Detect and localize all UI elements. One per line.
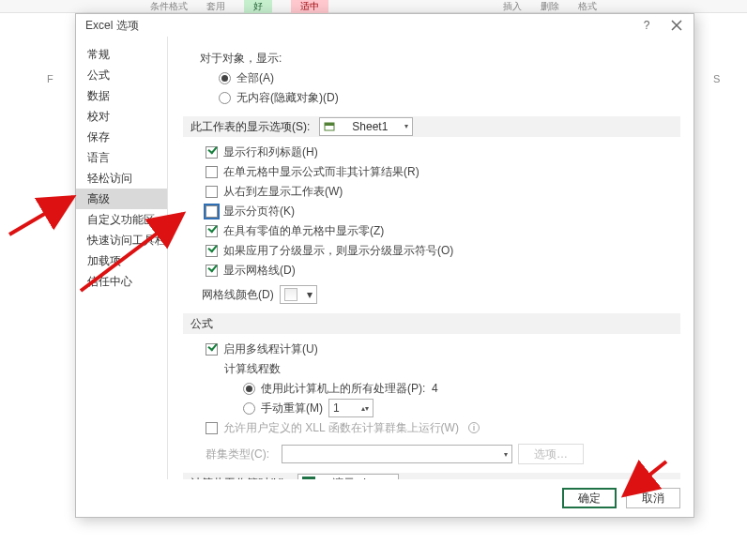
chevron-down-icon: ▾ [307, 288, 313, 301]
checkbox-xll-cluster: 允许用户定义的 XLL 函数在计算群集上运行(W) i [206, 418, 680, 437]
spinner-arrows-icon: ▴▾ [361, 404, 369, 413]
options-sidebar: 常规公式数据校对保存语言轻松访问高级自定义功能区快速访问工具栏加载项信任中心 [76, 37, 168, 479]
checkbox-show_formulas[interactable]: 在单元格中显示公式而非其计算结果(R) [206, 162, 680, 181]
chevron-down-icon: ▾ [390, 473, 394, 479]
section-sheet-display: 此工作表的显示选项(S): Sheet1 ▾ [183, 116, 680, 137]
checkbox-zero_cells[interactable]: 在具有零值的单元格中显示零(Z) [206, 221, 680, 240]
checkbox-rtl[interactable]: 从右到左显示工作表(W) [206, 182, 680, 201]
checkbox-icon [206, 146, 218, 159]
radio-use-all-processors[interactable]: 使用此计算机上的所有处理器(P): 4 [206, 379, 680, 398]
sidebar-item-校对[interactable]: 校对 [76, 106, 167, 127]
column-header-F: F [47, 73, 53, 84]
chevron-down-icon: ▾ [404, 116, 408, 137]
sheet-selector[interactable]: Sheet1 ▾ [319, 117, 413, 136]
radio-display-none[interactable]: 无内容(隐藏对象)(D) [200, 88, 680, 107]
checkbox-icon [206, 343, 218, 356]
sidebar-item-轻松访问[interactable]: 轻松访问 [76, 168, 167, 189]
dialog-titlebar[interactable]: Excel 选项 ? [76, 14, 694, 37]
ok-button[interactable]: 确定 [562, 488, 617, 508]
checkbox-icon [206, 265, 218, 277]
checkbox-gridlines[interactable]: 显示网格线(D) [206, 261, 680, 280]
ribbon-background: 条件格式 套用 好 适中 插入 删除 格式 [0, 0, 747, 13]
sidebar-item-语言[interactable]: 语言 [76, 147, 167, 168]
checkbox-icon [206, 186, 218, 198]
chevron-down-icon: ▾ [504, 450, 508, 459]
column-header-S: S [713, 73, 720, 84]
checkbox-icon [206, 245, 218, 257]
checkbox-page_breaks[interactable]: 显示分页符(K) [206, 202, 680, 220]
sidebar-item-快速访问工具栏[interactable]: 快速访问工具栏 [76, 230, 167, 250]
section-formulas: 公式 [183, 313, 680, 334]
object-display-label: 对于对象，显示: [200, 49, 680, 68]
options-dialog: Excel 选项 ? 常规公式数据校对保存语言轻松访问高级自定义功能区快速访问工… [75, 13, 694, 518]
checkbox-outline[interactable]: 如果应用了分级显示，则显示分级显示符号(O) [206, 241, 680, 260]
cluster-type-dropdown: ▾ [282, 445, 512, 463]
sidebar-item-高级[interactable]: 高级 [76, 189, 167, 209]
sidebar-item-加载项[interactable]: 加载项 [76, 250, 167, 271]
svg-rect-1 [325, 123, 334, 126]
color-swatch-icon [284, 288, 297, 301]
checkbox-multithread[interactable]: 启用多线程计算(U) [206, 340, 680, 358]
checkbox-icon [206, 422, 218, 434]
radio-manual-threads[interactable]: 手动重算(M) 1 ▴▾ [206, 399, 680, 417]
gridline-color-row: 网格线颜色(D) ▾ [183, 285, 680, 304]
checkbox-icon [206, 166, 218, 178]
options-main-panel[interactable]: 对于对象，显示: 全部(A) 无内容(隐藏对象)(D) 此工作表的显示选项(S)… [168, 37, 694, 479]
manual-threads-spinner[interactable]: 1 ▴▾ [328, 399, 374, 417]
radio-display-all[interactable]: 全部(A) [200, 68, 680, 87]
sidebar-item-信任中心[interactable]: 信任中心 [76, 271, 167, 292]
radio-icon [243, 383, 255, 395]
dialog-footer: 确定 取消 [76, 479, 694, 517]
threads-label: 计算线程数 [206, 359, 680, 378]
svg-line-2 [9, 197, 73, 235]
close-button[interactable] [662, 14, 692, 37]
sidebar-item-保存[interactable]: 保存 [76, 127, 167, 147]
sidebar-item-数据[interactable]: 数据 [76, 85, 167, 106]
close-icon [671, 20, 682, 31]
info-icon[interactable]: i [468, 422, 480, 433]
checkbox-row_col_headings[interactable]: 显示行和列标题(H) [206, 143, 680, 161]
section-workbook-calc: 计算此工作簿时(H): 演示.xlsx ▾ [183, 473, 680, 479]
sidebar-item-常规[interactable]: 常规 [76, 44, 167, 65]
radio-icon [219, 92, 231, 104]
sheet-icon [324, 121, 335, 132]
sidebar-item-公式[interactable]: 公式 [76, 65, 167, 85]
dialog-title: Excel 选项 [85, 19, 139, 32]
checkbox-icon [206, 225, 218, 237]
cancel-button[interactable]: 取消 [626, 488, 680, 508]
radio-icon [219, 72, 231, 84]
gridline-color-picker[interactable]: ▾ [280, 285, 317, 304]
cluster-options-button: 选项… [518, 444, 584, 464]
checkbox-icon [206, 205, 218, 218]
help-button[interactable]: ? [632, 14, 662, 37]
radio-icon [243, 402, 255, 415]
cluster-type-row: 群集类型(C): ▾ 选项… [206, 445, 680, 463]
sidebar-item-自定义功能区[interactable]: 自定义功能区 [76, 209, 167, 230]
